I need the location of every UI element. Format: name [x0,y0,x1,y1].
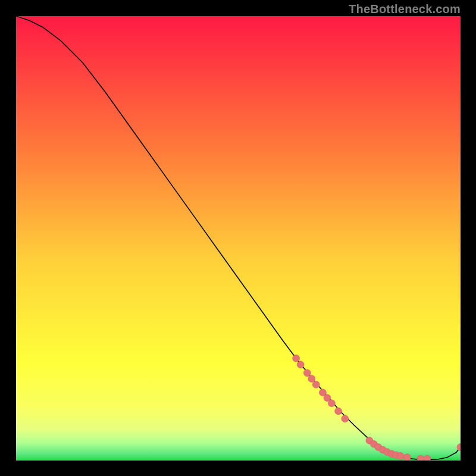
data-point [312,381,320,388]
bottleneck-plot [16,16,461,461]
data-point [303,369,311,377]
data-point [308,375,315,383]
data-point [342,415,349,422]
data-point [397,453,404,460]
data-point [335,408,342,415]
watermark-text: TheBottleneck.com [349,2,461,16]
data-point [297,361,304,368]
chart-container: TheBottleneck.com [0,0,476,476]
gradient-background [16,16,461,461]
data-point [293,355,300,362]
data-point [403,454,411,461]
data-point [328,400,335,407]
